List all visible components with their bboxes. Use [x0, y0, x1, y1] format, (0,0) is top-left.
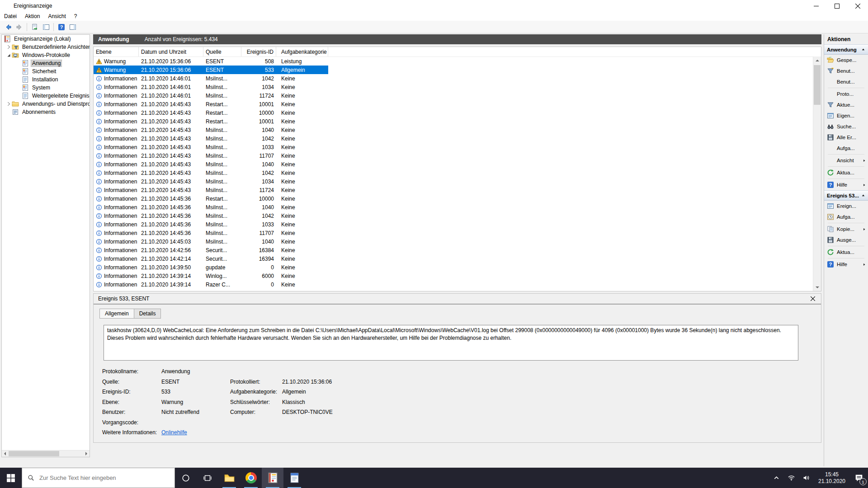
action-aufga[interactable]: Aufga...: [824, 143, 868, 154]
network-button[interactable]: [784, 468, 799, 488]
scroll-down-button[interactable]: [813, 283, 821, 291]
table-row[interactable]: Informationen21.10.2020 14:45:43MsiInst.…: [94, 177, 328, 186]
action-benut[interactable]: Benut...: [824, 66, 868, 76]
table-row[interactable]: Informationen21.10.2020 14:45:43MsiInst.…: [94, 160, 328, 169]
help-button[interactable]: ?: [56, 22, 67, 32]
table-row[interactable]: Informationen21.10.2020 14:45:03MsiInst.…: [94, 237, 328, 246]
table-row[interactable]: Informationen21.10.2020 14:45:43MsiInst.…: [94, 186, 328, 194]
action-kopie[interactable]: Kopie...: [824, 224, 868, 235]
table-row[interactable]: Informationen21.10.2020 14:45:43Restart.…: [94, 117, 328, 126]
table-row[interactable]: Warnung21.10.2020 15:36:06ESENT533Allgem…: [94, 66, 328, 74]
action-ereign[interactable]: Ereign...: [824, 201, 868, 211]
action-aktua[interactable]: Aktua...: [824, 167, 868, 178]
scroll-left-button[interactable]: [2, 450, 8, 457]
cortana-button[interactable]: [175, 468, 197, 488]
table-row[interactable]: Informationen21.10.2020 14:46:01MsiInst.…: [94, 74, 328, 83]
table-row[interactable]: Informationen21.10.2020 14:39:50gupdate0…: [94, 263, 328, 272]
table-row[interactable]: Informationen21.10.2020 14:45:36MsiInst.…: [94, 220, 328, 229]
volume-button[interactable]: [799, 468, 814, 488]
action-aktua[interactable]: Aktua...: [824, 247, 868, 258]
column-header-aufgabenkategorie[interactable]: Aufgabenkategorie: [276, 47, 328, 56]
actions-section-header-ereignis-53[interactable]: Ereignis 53...: [824, 190, 868, 201]
scroll-up-button[interactable]: [813, 56, 821, 64]
explorer-taskbar-button[interactable]: [218, 468, 240, 488]
tray-overflow-button[interactable]: [769, 468, 784, 488]
close-detail-button[interactable]: [809, 295, 816, 302]
sidebar-item-installation[interactable]: Installation: [2, 75, 90, 84]
sidebar-item-windows-protokolle[interactable]: Windows-Protokolle: [2, 51, 90, 59]
table-row[interactable]: Informationen21.10.2020 14:45:43Restart.…: [94, 108, 328, 117]
menu-ansicht[interactable]: Ansicht: [44, 12, 70, 20]
back-arrow-button[interactable]: [2, 22, 14, 32]
menu-aktion[interactable]: Aktion: [21, 12, 44, 20]
chrome-taskbar-button[interactable]: [240, 468, 262, 488]
action-ausge[interactable]: Ausge...: [824, 235, 868, 245]
sidebar-item-benutzerdefinierte-ansichten[interactable]: Benutzerdefinierte Ansichten: [2, 43, 90, 51]
table-row[interactable]: Informationen21.10.2020 14:46:01MsiInst.…: [94, 91, 328, 100]
forward-arrow-button[interactable]: [14, 22, 25, 32]
table-row[interactable]: Informationen21.10.2020 14:39:14Winlog..…: [94, 272, 328, 280]
search-input[interactable]: [38, 474, 169, 482]
sidebar-item-ereignisanzeige-lokal[interactable]: Ereignisanzeige (Lokal): [2, 35, 90, 43]
minimize-button[interactable]: [806, 0, 826, 12]
list-vertical-scrollbar[interactable]: [813, 56, 821, 291]
sidebar-item-weitergeleitete-ereignisse[interactable]: Weitergeleitete Ereignisse: [2, 92, 90, 100]
action-aufga[interactable]: Aufga...: [824, 211, 868, 222]
menu-help[interactable]: ?: [70, 12, 81, 20]
sidebar-item-anwendungs-und-dienstprotokolle[interactable]: Anwendungs- und Dienstprotokolle: [2, 100, 90, 108]
close-button[interactable]: [847, 0, 868, 12]
action-center-button[interactable]: 1: [850, 468, 868, 488]
column-header-datum-und-uhrzeit[interactable]: Datum und Uhrzeit: [139, 47, 203, 56]
table-row[interactable]: Informationen21.10.2020 14:39:14Razer C.…: [94, 280, 328, 289]
online-help-link[interactable]: Onlinehilfe: [161, 429, 230, 436]
taskbar-clock[interactable]: 15:45 21.10.2020: [814, 471, 850, 485]
start-button[interactable]: [0, 468, 22, 488]
table-row[interactable]: Informationen21.10.2020 14:45:36MsiInst.…: [94, 203, 328, 211]
table-row[interactable]: Informationen21.10.2020 14:46:01MsiInst.…: [94, 83, 328, 91]
action-suche[interactable]: Suche...: [824, 121, 868, 132]
menu-datei[interactable]: Datei: [0, 12, 21, 20]
event-message[interactable]: taskhostw (30624,D,0) WebCacheLocal: Ein…: [104, 325, 798, 361]
scrollbar-thumb[interactable]: [9, 451, 59, 456]
task-view-button[interactable]: [197, 468, 218, 488]
sidebar-item-anwendung[interactable]: Anwendung: [2, 59, 90, 67]
action-ansicht[interactable]: Ansicht: [824, 155, 868, 166]
action-gespe[interactable]: Gespe...: [824, 55, 868, 66]
maximize-button[interactable]: [826, 0, 847, 12]
action-proto[interactable]: Proto...: [824, 89, 868, 99]
table-row[interactable]: Informationen21.10.2020 14:45:43MsiInst.…: [94, 151, 328, 160]
scrollbar-thumb[interactable]: [814, 65, 821, 105]
table-row[interactable]: Informationen21.10.2020 14:45:36MsiInst.…: [94, 229, 328, 237]
eventvwr-taskbar-button[interactable]: [262, 468, 283, 488]
table-row[interactable]: Warnung21.10.2020 15:36:06ESENT508Leistu…: [94, 57, 328, 66]
table-row[interactable]: Informationen21.10.2020 14:45:43MsiInst.…: [94, 126, 328, 134]
table-row[interactable]: Informationen21.10.2020 14:45:36MsiInst.…: [94, 211, 328, 220]
tab-details[interactable]: Details: [134, 309, 161, 319]
table-row[interactable]: Informationen21.10.2020 14:45:43MsiInst.…: [94, 143, 328, 151]
writer-taskbar-button[interactable]: [283, 468, 305, 488]
action-eigen[interactable]: Eigen...: [824, 110, 868, 121]
export-button[interactable]: [29, 22, 40, 32]
taskbar-search-box[interactable]: [22, 468, 175, 488]
action-hilfe[interactable]: ?Hilfe: [824, 259, 868, 270]
tab-allgemein[interactable]: Allgemein: [99, 309, 134, 319]
action-alle-er[interactable]: Alle Er...: [824, 132, 868, 143]
actions-section-header-anwendung[interactable]: Anwendung: [824, 44, 868, 55]
table-row[interactable]: Informationen21.10.2020 14:45:43Restart.…: [94, 100, 328, 108]
table-row[interactable]: Informationen21.10.2020 14:45:36Restart.…: [94, 194, 328, 203]
action-pane-button[interactable]: [67, 22, 78, 32]
sidebar-item-system[interactable]: System: [2, 84, 90, 92]
sidebar-item-sicherheit[interactable]: Sicherheit: [2, 67, 90, 75]
column-header-ebene[interactable]: Ebene: [94, 47, 139, 56]
table-row[interactable]: Informationen21.10.2020 14:42:56Securit.…: [94, 246, 328, 254]
scroll-right-button[interactable]: [83, 450, 90, 457]
action-benut[interactable]: Benut...: [824, 76, 868, 87]
action-hilfe[interactable]: ?Hilfe: [824, 179, 868, 190]
sidebar-item-abonnements[interactable]: Abonnements: [2, 108, 90, 116]
console-tree-button[interactable]: [40, 22, 52, 32]
table-row[interactable]: Informationen21.10.2020 14:45:43MsiInst.…: [94, 134, 328, 143]
column-header-quelle[interactable]: Quelle: [203, 47, 241, 56]
table-row[interactable]: Informationen21.10.2020 14:42:14Securit.…: [94, 254, 328, 263]
column-header-ereignis-id[interactable]: Ereignis-ID: [241, 47, 276, 56]
tree-horizontal-scrollbar[interactable]: [2, 450, 90, 457]
